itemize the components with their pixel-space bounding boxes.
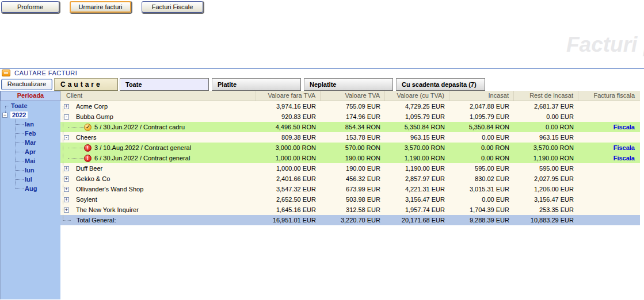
row-expander-icon[interactable]: -	[64, 114, 69, 120]
row-expander-icon[interactable]: +	[64, 176, 69, 182]
invoice-label: 6 / 30.Jun.2022 / Contract general	[94, 153, 190, 163]
sidebar-item-label: Ian	[25, 121, 34, 128]
row-expander-icon[interactable]: -	[64, 135, 69, 140]
column-header-valoare-cu-tva[interactable]: Valoare (cu TVA)	[385, 91, 449, 101]
value-cell: 3,570.00 RON	[514, 143, 578, 153]
value-cell: 963.15 EUR	[514, 132, 578, 143]
value-cell: 2,047.88 EUR	[449, 101, 514, 111]
table-row-invoice[interactable]: 6 / 30.Jun.2022 / Contract general1,000.…	[60, 153, 640, 163]
value-cell: 1,000.00 RON	[256, 153, 321, 163]
table-row-client[interactable]: -Cheers809.38 EUR153.78 EUR963.15 EUR0.0…	[60, 132, 640, 143]
row-expander-icon[interactable]: +	[64, 207, 69, 213]
tree-expander-icon[interactable]: −	[2, 113, 7, 118]
table-row-client[interactable]: +Soylent2,652.50 EUR503.98 EUR3,156.47 E…	[60, 194, 640, 205]
client-cell: +Acme Corp	[60, 101, 256, 111]
table-row-invoice[interactable]: 3 / 10.Aug.2022 / Contract general3,000.…	[60, 143, 640, 153]
row-expander-icon[interactable]: +	[64, 187, 69, 192]
value-cell: 1,190.00 RON	[385, 153, 449, 163]
table-row-client[interactable]: +Gekko & Co2,401.66 EUR456.32 EUR2,857.9…	[60, 174, 640, 184]
value-cell: 190.00 RON	[321, 153, 385, 163]
sidebar-item-toate[interactable]: Toate	[1, 101, 60, 110]
filter-tab-neplatite[interactable]: Neplatite	[304, 78, 393, 91]
table-row-client[interactable]: +Acme Corp3,974.16 EUR755.09 EUR4,729.25…	[60, 101, 640, 111]
table-row-client[interactable]: -Bubba Gump920.83 EUR174.96 EUR1,095.79 …	[60, 111, 640, 122]
sidebar-item-mar[interactable]: Mar	[1, 138, 60, 147]
filter-tab-platite[interactable]: Platite	[212, 78, 301, 91]
value-cell: 4,496.50 RON	[256, 122, 321, 132]
value-cell: 5,350.84 RON	[449, 122, 514, 132]
column-header-client[interactable]: Client	[60, 91, 256, 101]
sidebar-item-ian[interactable]: Ian	[1, 120, 60, 129]
column-header-incasat[interactable]: Incasat	[449, 91, 514, 101]
client-cell: +Duff Beer	[60, 163, 256, 174]
fiscala-link-cell[interactable]: Fiscala	[578, 143, 640, 153]
value-cell: 3,220.70 EUR	[321, 215, 385, 225]
table-row-total[interactable]: Total General:16,951.01 EUR3,220.70 EUR2…	[60, 215, 640, 225]
fiscala-link-cell	[578, 132, 640, 143]
column-header-factura-fiscala[interactable]: Factura fiscala	[578, 91, 640, 101]
refresh-button[interactable]: Reactualizare	[1, 79, 52, 90]
value-cell: 963.15 EUR	[385, 132, 449, 143]
background-watermark: Facturi p	[566, 33, 644, 57]
value-cell: 1,095.79 EUR	[385, 111, 449, 122]
value-cell: 0.00 RON	[449, 143, 514, 153]
row-expander-icon[interactable]: +	[64, 197, 69, 202]
sidebar-item-iun[interactable]: Iun	[1, 166, 60, 175]
sidebar-item-label: Mai	[25, 157, 35, 164]
value-cell: 153.78 EUR	[321, 132, 385, 143]
sidebar-item-aug[interactable]: Aug	[1, 184, 60, 193]
invoice-label: 5 / 30.Jun.2022 / Contract cadru	[94, 122, 185, 132]
table-row-client[interactable]: +The New York Inquirer1,645.16 EUR312.58…	[60, 205, 640, 215]
tree-stub-line	[68, 127, 84, 128]
sidebar-item-iul[interactable]: Iul	[1, 175, 60, 184]
column-header-valoare-tva[interactable]: Valoare TVA	[321, 91, 385, 101]
value-cell: 2,857.97 EUR	[385, 174, 449, 184]
value-cell: 1,206.00 EUR	[514, 184, 578, 194]
sidebar-item-mai[interactable]: Mai	[1, 156, 60, 166]
fiscala-link-cell[interactable]: Fiscala	[578, 153, 640, 163]
toolbar-button-facturi-fiscale[interactable]: Facturi Fiscale	[142, 1, 203, 13]
column-header-valoare-fara-tva[interactable]: Valoare fara TVA	[256, 91, 321, 101]
value-cell: 3,000.00 RON	[256, 143, 321, 153]
fiscala-link-cell[interactable]: Fiscala	[578, 122, 640, 132]
tree-stub-line	[68, 148, 84, 148]
value-cell: 3,156.47 EUR	[514, 194, 578, 205]
sidebar-item-feb[interactable]: Feb	[1, 129, 60, 138]
table-row-invoice[interactable]: 5 / 30.Jun.2022 / Contract cadru4,496.50…	[60, 122, 640, 132]
toolbar-button-proforme[interactable]: Proforme	[1, 1, 59, 13]
sidebar-item-2022[interactable]: −2022	[1, 110, 60, 120]
value-cell: 10,883.29 EUR	[514, 215, 578, 225]
value-cell: 2,681.37 EUR	[514, 101, 578, 111]
client-name: Duff Beer	[76, 163, 102, 174]
period-header: Perioada	[1, 91, 60, 101]
value-cell: 20,171.68 EUR	[385, 215, 449, 225]
client-cell: Total General:	[60, 215, 256, 225]
column-header-rest-de-incasat[interactable]: Rest de incasat	[514, 91, 578, 101]
tree-connector-line	[63, 106, 63, 220]
value-cell: 9,288.39 EUR	[449, 215, 514, 225]
fiscala-link-cell	[578, 174, 640, 184]
row-expander-icon[interactable]: +	[64, 104, 69, 109]
sidebar-item-label: Feb	[25, 130, 36, 137]
fiscala-link-cell	[578, 205, 640, 215]
toolbar-button-urmarire-facturi[interactable]: Urmarire facturi	[70, 1, 131, 13]
value-cell: 920.83 EUR	[256, 111, 321, 122]
table-row-client[interactable]: +Duff Beer1,000.00 EUR190.00 EUR1,190.00…	[60, 163, 640, 174]
filter-tab-toate[interactable]: Toate	[120, 78, 209, 91]
row-expander-icon[interactable]: +	[64, 166, 69, 171]
client-cell: -Bubba Gump	[60, 111, 256, 122]
client-cell: 6 / 30.Jun.2022 / Contract general	[60, 153, 256, 163]
panel-top-border	[0, 68, 644, 69]
value-cell: 16,951.01 EUR	[256, 215, 321, 225]
client-cell: -Cheers	[60, 132, 256, 143]
sidebar-item-label: 2022	[10, 111, 28, 118]
value-cell: 1,957.74 EUR	[385, 205, 449, 215]
top-toolbar: ProformeUrmarire facturiFacturi Fiscale	[1, 1, 203, 13]
value-cell: 503.98 EUR	[321, 194, 385, 205]
table-row-client[interactable]: +Ollivander's Wand Shop3,547.32 EUR673.9…	[60, 184, 640, 194]
value-cell: 174.96 EUR	[321, 111, 385, 122]
sidebar-item-apr[interactable]: Apr	[1, 147, 60, 156]
filter-tab-cu-scadenta-depasita-7[interactable]: Cu scadenta depasita (7)	[396, 78, 485, 91]
sidebar-item-label: Toate	[11, 102, 28, 109]
collapse-panel-icon[interactable]	[2, 70, 10, 76]
